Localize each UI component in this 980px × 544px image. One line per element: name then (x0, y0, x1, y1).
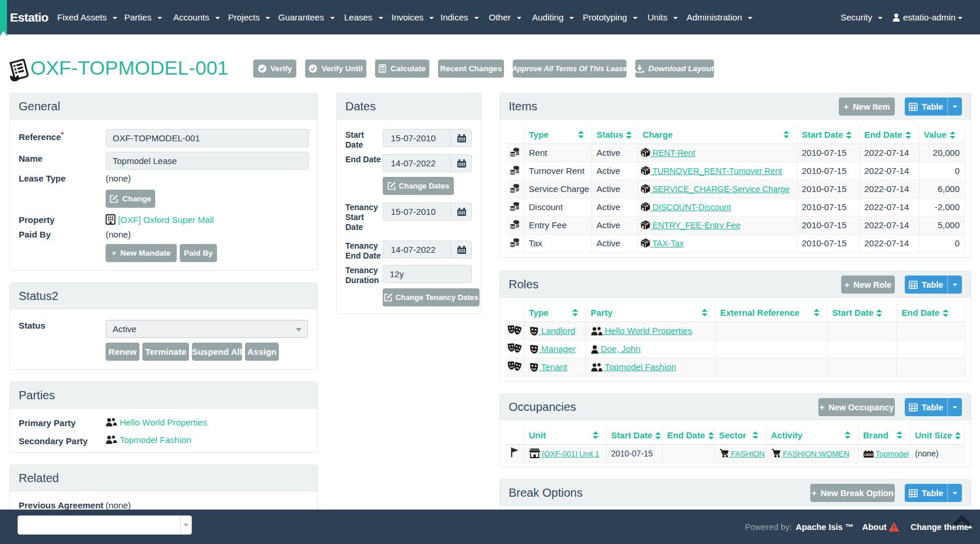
svg-text:LEGO: LEGO (864, 453, 873, 456)
